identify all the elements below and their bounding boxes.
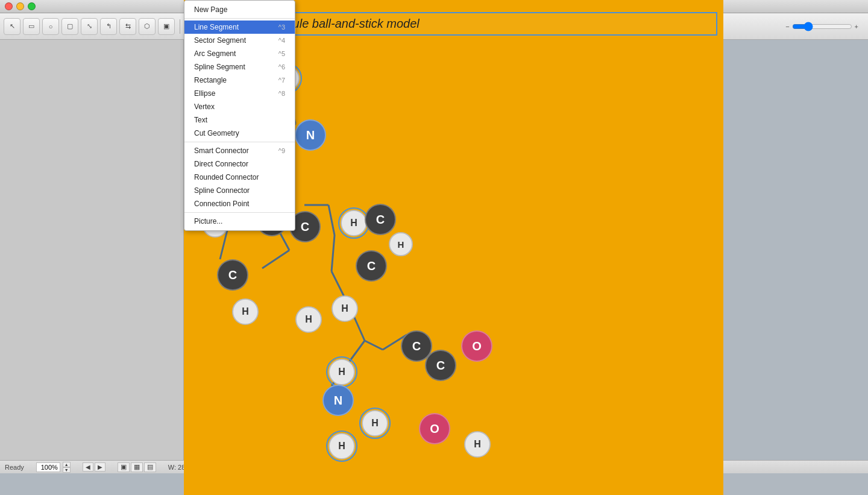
dropdown-menu: New Page Line Segment ^3 Sector Segment … <box>184 0 295 231</box>
menu-separator <box>184 18 295 19</box>
menu-ellipse[interactable]: Ellipse ^8 <box>184 87 295 100</box>
polygon-tool[interactable]: ⬡ <box>139 18 156 35</box>
menu-spline-connector[interactable]: Spline Connector <box>184 184 295 197</box>
prev-page-btn[interactable]: ◀ <box>83 462 93 471</box>
main-area: New Page Line Segment ^3 Sector Segment … <box>0 40 868 460</box>
minimize-button[interactable] <box>16 2 24 10</box>
status-ready: Ready <box>5 464 24 471</box>
view-btns: ▣ ▦ ▤ <box>118 462 156 472</box>
atom-H6[interactable]: H <box>332 295 358 322</box>
left-sidebar <box>0 40 184 460</box>
atom-H7[interactable]: H <box>329 359 355 385</box>
svg-line-11 <box>332 235 335 271</box>
atom-H10[interactable]: H <box>464 431 491 458</box>
grid-tool[interactable]: ▣ <box>158 18 175 35</box>
atom-H4[interactable]: H <box>232 298 259 325</box>
atom-C5[interactable]: C <box>365 204 396 235</box>
window-controls[interactable] <box>0 2 40 10</box>
menu-spline-segment[interactable]: Spline Segment ^6 <box>184 60 295 74</box>
atom-C7[interactable]: C <box>217 259 248 291</box>
select-tool[interactable]: ↖ <box>4 18 20 35</box>
close-button[interactable] <box>5 2 13 10</box>
maximize-button[interactable] <box>28 2 36 10</box>
svg-line-10 <box>329 205 335 235</box>
menu-line-segment[interactable]: Line Segment ^3 <box>184 20 295 34</box>
atom-C6[interactable]: C <box>356 250 387 282</box>
toolbar-separator <box>180 19 180 34</box>
menu-direct-connector[interactable]: Direct Connector <box>184 157 295 171</box>
menu-picture[interactable]: Picture... <box>184 215 295 228</box>
zoom-control: ▲ ▼ <box>36 462 71 473</box>
menu-smart-connector[interactable]: Smart Connector ^9 <box>184 144 295 157</box>
menu-connection-point[interactable]: Connection Point <box>184 197 295 210</box>
zoom-stepper[interactable]: ▲ ▼ <box>63 462 71 473</box>
ellipse-tool[interactable]: ○ <box>42 18 59 35</box>
page-nav: ◀ ▶ <box>83 462 105 471</box>
atom-O1[interactable]: O <box>461 330 492 362</box>
svg-line-8 <box>262 250 289 268</box>
atom-H8[interactable]: H <box>362 410 388 437</box>
rounded-rect-tool[interactable]: ▢ <box>61 18 78 35</box>
zoom-slider[interactable] <box>792 22 852 31</box>
zoom-value-input[interactable] <box>36 462 60 472</box>
atom-N2[interactable]: N <box>322 385 354 416</box>
atom-H9[interactable]: H <box>329 433 355 459</box>
atom-H3[interactable]: H <box>389 232 413 256</box>
atom-N1[interactable]: N <box>295 119 326 151</box>
flip-tool[interactable]: ⇆ <box>119 18 136 35</box>
svg-line-14 <box>365 341 383 350</box>
atom-O2[interactable]: O <box>419 413 450 444</box>
atom-H5[interactable]: H <box>295 306 322 333</box>
view-btn2[interactable]: ▦ <box>131 462 143 472</box>
atom-H2[interactable]: H <box>341 210 367 236</box>
menu-arc-segment[interactable]: Arc Segment ^5 <box>184 47 295 60</box>
rect-tool[interactable]: ▭ <box>23 18 40 35</box>
menu-separator2 <box>184 142 295 142</box>
view-btn1[interactable]: ▣ <box>118 462 130 472</box>
atom-C9[interactable]: C <box>425 350 456 381</box>
menu-text[interactable]: Text <box>184 113 295 127</box>
menu-sector-segment[interactable]: Sector Segment ^4 <box>184 34 295 47</box>
menu-cut-geometry[interactable]: Cut Geometry <box>184 127 295 140</box>
menu-vertex[interactable]: Vertex <box>184 100 295 113</box>
rotate-tool[interactable]: ↰ <box>100 18 117 35</box>
view-btn3[interactable]: ▤ <box>144 462 156 472</box>
menu-separator3 <box>184 212 295 213</box>
resize-tool[interactable]: ⤡ <box>81 18 98 35</box>
menu-rectangle[interactable]: Rectangle ^7 <box>184 74 295 87</box>
menu-new-page[interactable]: New Page <box>184 3 295 16</box>
next-page-btn[interactable]: ▶ <box>95 462 105 471</box>
menu-rounded-connector[interactable]: Rounded Connector <box>184 171 295 184</box>
